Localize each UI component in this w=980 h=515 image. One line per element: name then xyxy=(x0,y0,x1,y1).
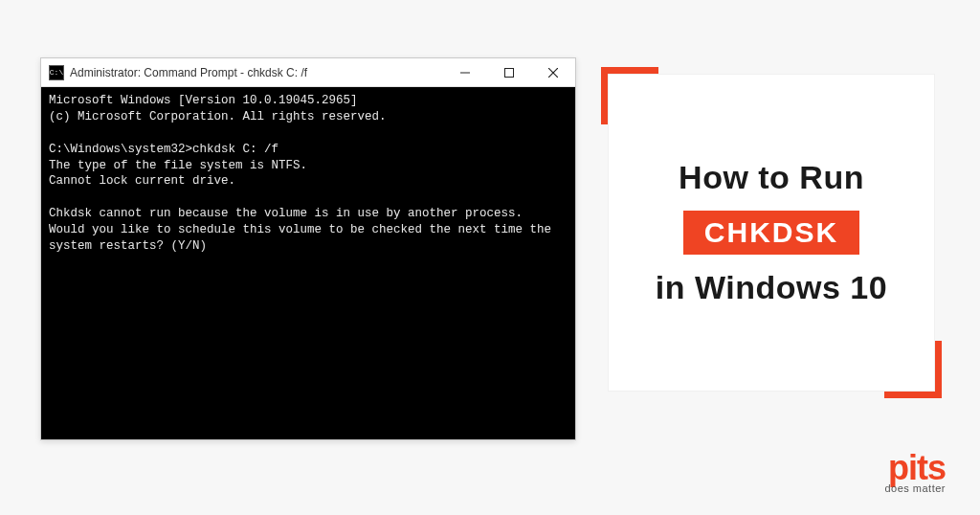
maximize-button[interactable] xyxy=(487,58,531,87)
terminal-output[interactable]: Microsoft Windows [Version 10.0.19045.29… xyxy=(41,87,575,439)
command-prompt-window: C:\ Administrator: Command Prompt - chkd… xyxy=(40,57,576,440)
headline-highlight: CHKDSK xyxy=(683,211,859,255)
minimize-button[interactable] xyxy=(443,58,487,87)
close-button[interactable] xyxy=(531,58,575,87)
brand-name: pits xyxy=(884,451,946,485)
corner-accent-bottom-right xyxy=(884,341,942,398)
cmd-app-icon: C:\ xyxy=(49,65,64,80)
svg-rect-1 xyxy=(505,68,514,77)
brand-logo: pits does matter xyxy=(884,451,946,494)
headline-top: How to Run xyxy=(679,154,864,201)
minimize-icon xyxy=(460,68,470,78)
terminal-line: C:\Windows\system32>chkdsk C: /f xyxy=(49,143,278,156)
terminal-line: Cannot lock current drive. xyxy=(49,174,235,188)
terminal-line: Chkdsk cannot run because the volume is … xyxy=(49,207,559,253)
terminal-line: Microsoft Windows [Version 10.0.19045.29… xyxy=(49,94,358,107)
headline-card: How to Run CHKDSK in Windows 10 xyxy=(609,75,934,391)
terminal-line: The type of the file system is NTFS. xyxy=(49,159,307,172)
close-icon xyxy=(548,68,558,78)
window-titlebar[interactable]: C:\ Administrator: Command Prompt - chkd… xyxy=(41,58,575,87)
corner-accent-top-left xyxy=(601,67,658,124)
maximize-icon xyxy=(504,68,514,78)
headline-bottom: in Windows 10 xyxy=(656,264,887,311)
terminal-line: (c) Microsoft Corporation. All rights re… xyxy=(49,110,387,123)
window-title: Administrator: Command Prompt - chkdsk C… xyxy=(70,66,307,79)
brand-tagline: does matter xyxy=(884,483,946,494)
